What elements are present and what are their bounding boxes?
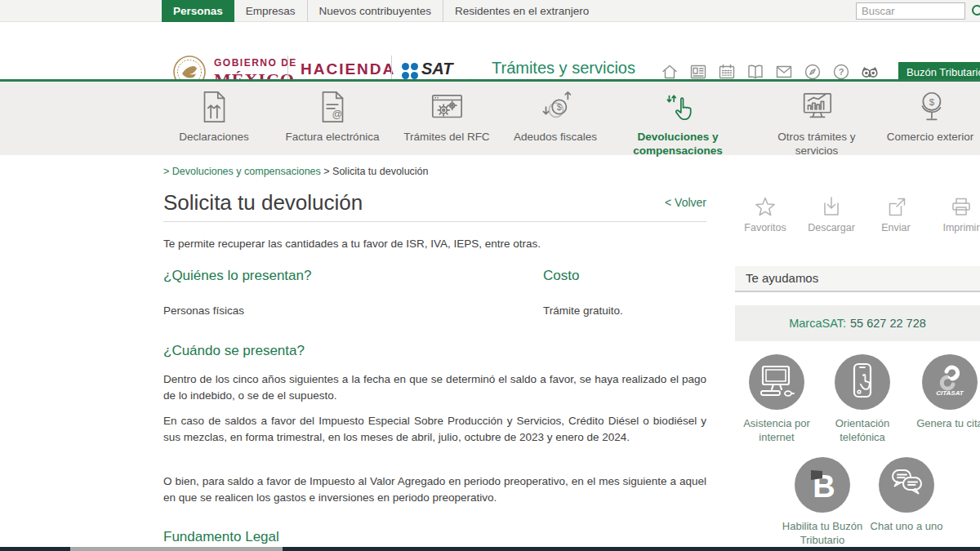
- who-value: Personas físicas: [163, 303, 244, 319]
- back-link[interactable]: < Volver: [625, 196, 706, 209]
- svg-text:$: $: [557, 102, 562, 112]
- nav-item-declaraciones[interactable]: Declaraciones: [157, 88, 271, 144]
- phone-icon: [835, 354, 890, 410]
- sat-dots-icon: [402, 63, 418, 79]
- page-title: Solicita tu devolución: [163, 190, 363, 216]
- when-paragraph-3: O bien, para saldo a favor de Impuesto a…: [163, 473, 706, 507]
- contact-orientacion-telefonica[interactable]: Orientación telefónica: [823, 354, 902, 445]
- citasat-text: CITASAT: [936, 389, 964, 397]
- nav-label: Devoluciones y compensaciones: [612, 131, 743, 158]
- breadcrumb: > Devoluciones y compensaciones > Solici…: [163, 166, 429, 177]
- print-button[interactable]: Imprimir: [927, 196, 980, 233]
- when-paragraph-1: Dentro de los cinco años siguientes a la…: [163, 371, 706, 405]
- nav-label: Trámites del RFC: [398, 131, 496, 144]
- marcasat-number: 55 627 22 728: [850, 317, 926, 330]
- nav-item-devoluciones[interactable]: Devoluciones y compensaciones: [612, 88, 743, 158]
- send-button[interactable]: Enviar: [862, 196, 930, 233]
- printer-icon: [927, 196, 980, 220]
- top-bar: Personas Empresas Nuevos contribuyentes …: [0, 0, 980, 22]
- nav-label: Comercio exterior: [882, 131, 978, 144]
- debts-icon: $: [510, 88, 600, 126]
- download-button[interactable]: Descargar: [797, 196, 866, 233]
- other-services-icon: [764, 88, 870, 126]
- legal-heading: Fundamento Legal: [163, 529, 279, 545]
- nav-item-factura[interactable]: @ Factura electrónica: [279, 88, 385, 144]
- cost-heading: Costo: [543, 268, 579, 284]
- nav-label: Factura electrónica: [279, 131, 385, 144]
- marcasat-label: MarcaSAT:: [789, 317, 846, 330]
- nav-item-otros[interactable]: Otros trámites y servicios: [764, 88, 870, 158]
- nav-label: Declaraciones: [157, 131, 271, 144]
- star-icon: [731, 196, 800, 220]
- contact-chat-uno[interactable]: Chat uno a uno: [870, 457, 943, 534]
- section-title: Trámites y servicios: [492, 59, 635, 78]
- download-icon: [797, 196, 866, 220]
- help-panel-header: Te ayudamos: [735, 266, 980, 292]
- when-heading: ¿Cuándo se presenta?: [163, 343, 305, 359]
- contact-genera-cita[interactable]: CITASAT Genera tu cita: [913, 354, 980, 431]
- svg-text:$: $: [929, 97, 935, 107]
- tab-personas[interactable]: Personas: [162, 0, 234, 22]
- invoice-icon: @: [279, 88, 385, 126]
- search-input[interactable]: [856, 2, 965, 20]
- nav-label: Otros trámites y servicios: [764, 131, 870, 158]
- sat-name: SAT: [421, 60, 479, 77]
- contact-label: Habilita tu Buzón Tributario: [777, 520, 867, 548]
- footer-edge: [0, 547, 980, 551]
- marcasat-box: MarcaSAT: 55 627 22 728: [735, 305, 980, 341]
- gobierno-line1: GOBIERNO DE: [214, 57, 297, 69]
- contact-label: Genera tu cita: [913, 417, 980, 431]
- svg-text:?: ?: [839, 67, 844, 77]
- tab-nuevos-contribuyentes[interactable]: Nuevos contribuyentes: [307, 0, 443, 22]
- when-paragraph-2: En caso de saldos a favor del Impuesto E…: [163, 413, 706, 447]
- svg-text:@: @: [332, 109, 342, 120]
- action-label: Imprimir: [927, 222, 980, 233]
- intro-text: Te permite recuperar las cantidades a tu…: [163, 236, 706, 252]
- foreign-trade-icon: $: [882, 88, 978, 126]
- contact-label: Asistencia por internet: [737, 417, 816, 445]
- computer-icon: [749, 354, 804, 410]
- buzon-b-icon: B: [795, 457, 850, 513]
- main-nav: Declaraciones @ Factura electrónica Trám…: [0, 82, 980, 155]
- tab-residentes-extranjero[interactable]: Residentes en el extranjero: [443, 0, 600, 22]
- refunds-icon: [612, 88, 743, 126]
- action-label: Enviar: [862, 222, 930, 233]
- cost-value: Trámite gratuito.: [543, 303, 623, 319]
- nav-item-rfc[interactable]: Trámites del RFC: [398, 88, 496, 144]
- tab-empresas[interactable]: Empresas: [234, 0, 307, 22]
- audience-tabs: Personas Empresas Nuevos contribuyentes …: [162, 0, 600, 22]
- contact-asistencia-internet[interactable]: Asistencia por internet: [737, 354, 816, 445]
- contact-label: Orientación telefónica: [823, 417, 902, 445]
- action-label: Descargar: [797, 222, 866, 233]
- share-icon: [862, 196, 930, 220]
- nav-label: Adeudos fiscales: [510, 131, 600, 144]
- chat-icon: [879, 457, 934, 513]
- search-box: [856, 2, 965, 20]
- nav-item-comercio[interactable]: $ Comercio exterior: [882, 88, 978, 144]
- citasat-icon: CITASAT: [922, 354, 978, 410]
- breadcrumb-parent-link[interactable]: > Devoluciones y compensaciones: [163, 166, 321, 177]
- declarations-icon: [157, 88, 271, 126]
- hacienda-name: HACIENDA: [301, 60, 403, 78]
- favorites-button[interactable]: Favoritos: [731, 196, 800, 233]
- action-label: Favoritos: [731, 222, 800, 233]
- sat-tramites-page: Personas Empresas Nuevos contribuyentes …: [0, 0, 980, 551]
- breadcrumb-current: > Solicita tu devolución: [323, 166, 428, 177]
- nav-item-adeudos[interactable]: $ Adeudos fiscales: [510, 88, 600, 144]
- search-icon[interactable]: [971, 4, 980, 19]
- rfc-icon: [398, 88, 496, 126]
- contact-habilita-buzon[interactable]: B Habilita tu Buzón Tributario: [777, 457, 867, 548]
- site-header: GOBIERNO DE MÉXICO HACIENDA SECRETARÍA D…: [0, 23, 980, 79]
- title-divider: [163, 221, 706, 222]
- who-heading: ¿Quiénes lo presentan?: [163, 268, 311, 284]
- contact-label: Chat uno a uno: [870, 520, 943, 534]
